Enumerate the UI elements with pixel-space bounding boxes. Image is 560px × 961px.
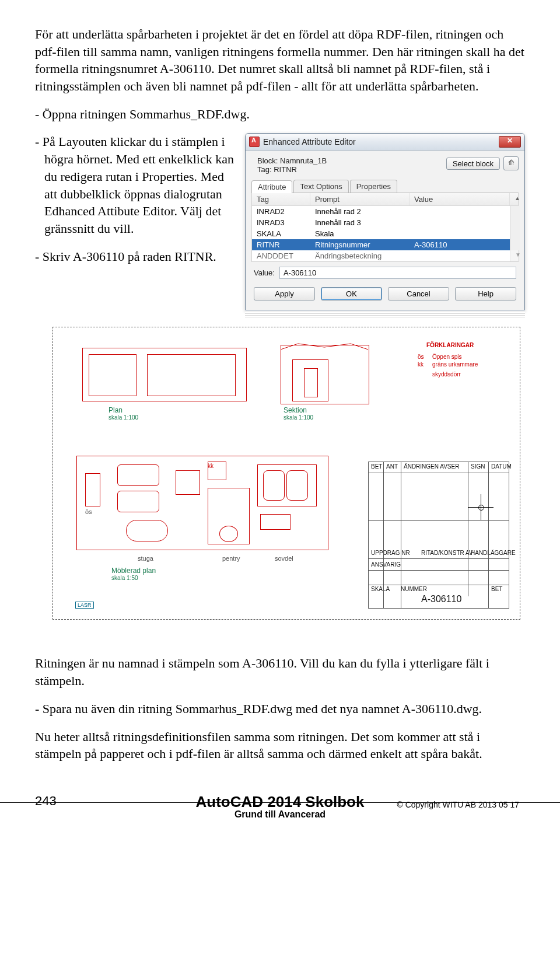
room-stuga: stuga — [138, 555, 153, 562]
copyright: © Copyright WITU AB 2013 05 17 — [397, 800, 519, 809]
block-value: Namnruta_1B — [280, 156, 327, 165]
block-label: Block: — [257, 156, 278, 165]
legend-header: FÖRKLARINGAR — [426, 342, 474, 348]
table-row[interactable]: ANDDDETÄndringsbeteckning▼ — [252, 250, 518, 261]
scroll-down-icon[interactable]: ▼ — [510, 250, 520, 261]
bullet-item: - Skriv A-306110 på raden RITNR. — [35, 248, 237, 265]
attribute-grid: Tag Prompt Value ▲ INRAD2Innehåll rad 2 … — [251, 193, 519, 262]
app-icon — [249, 137, 260, 147]
tab-text-options[interactable]: Text Options — [293, 180, 348, 193]
title-block: BET ANT ÄNDRINGEN AVSER SIGN DATUM UPPDR… — [368, 462, 509, 609]
paragraph: Nu heter alltså ritningsdefinitionsfilen… — [35, 728, 525, 763]
room-sovdel: sovdel — [275, 555, 293, 562]
tag-label: Tag: — [257, 165, 272, 174]
caption-plan: Plan — [108, 406, 123, 414]
legend-item: gräns urkammare — [432, 361, 478, 368]
lasr-label: LASR — [75, 602, 94, 609]
table-row[interactable]: INRAD3Innehåll rad 3 — [252, 217, 518, 228]
legend-item: Öppen spis — [432, 354, 462, 360]
bullet-item: - På Layouten klickar du i stämplen i hö… — [35, 133, 237, 237]
pick-block-icon[interactable]: ⟰ — [503, 156, 519, 170]
select-block-button[interactable]: Select block — [446, 158, 500, 170]
cancel-button[interactable]: Cancel — [388, 287, 449, 300]
dialog-title: Enhanced Attribute Editor — [263, 137, 356, 146]
value-label: Value: — [254, 268, 275, 277]
caption-sektion: Sektion — [284, 406, 307, 414]
apply-button[interactable]: Apply — [254, 287, 315, 300]
layout-preview: Plan skala 1:100 Sektion skala 1:100 FÖR… — [52, 327, 520, 620]
caption-sektion-scale: skala 1:100 — [284, 414, 313, 421]
tab-attribute[interactable]: Attribute — [251, 180, 292, 193]
col-prompt[interactable]: Prompt — [310, 193, 410, 205]
room-os: ös — [85, 508, 92, 515]
tag-value: RITNR — [274, 165, 297, 174]
attribute-editor-dialog: Enhanced Attribute Editor ✕ Block: Namnr… — [245, 133, 525, 310]
close-icon[interactable]: ✕ — [499, 136, 521, 148]
paragraph: Ritningen är nu namnad i stämpeln som A-… — [35, 655, 525, 689]
table-row[interactable]: INRAD2Innehåll rad 2 — [252, 206, 518, 217]
value-input[interactable]: A-306110 — [279, 267, 516, 279]
legend-item: skyddsdörr — [432, 371, 461, 378]
table-row-selected[interactable]: RITNRRitningsnummerA-306110 — [252, 239, 518, 250]
col-tag[interactable]: Tag — [252, 193, 310, 205]
room-pentry: pentry — [222, 555, 240, 562]
bullet-item: - Spara nu även din ritning Sommarhus_RD… — [35, 700, 525, 718]
caption-plan-scale: skala 1:100 — [108, 414, 138, 421]
tab-properties[interactable]: Properties — [350, 180, 397, 193]
table-row[interactable]: SKALASkala — [252, 228, 518, 239]
caption-moblerad: Möblerad plan — [111, 567, 156, 575]
scroll-up-icon[interactable]: ▲ — [510, 193, 519, 205]
caption-moblerad-scale: skala 1:50 — [111, 575, 156, 581]
col-value[interactable]: Value — [410, 193, 510, 205]
page-footer: 243 AutoCAD 2014 Skolbok Grund till Avan… — [0, 791, 560, 821]
bullet-item: - Öppna ritningen Sommarhus_RDF.dwg. — [35, 106, 525, 123]
help-button[interactable]: Help — [455, 287, 516, 300]
book-subtitle: Grund till Avancerad — [0, 809, 560, 820]
ok-button[interactable]: OK — [321, 287, 382, 300]
paragraph: För att underlätta spårbarheten i projek… — [35, 26, 525, 95]
